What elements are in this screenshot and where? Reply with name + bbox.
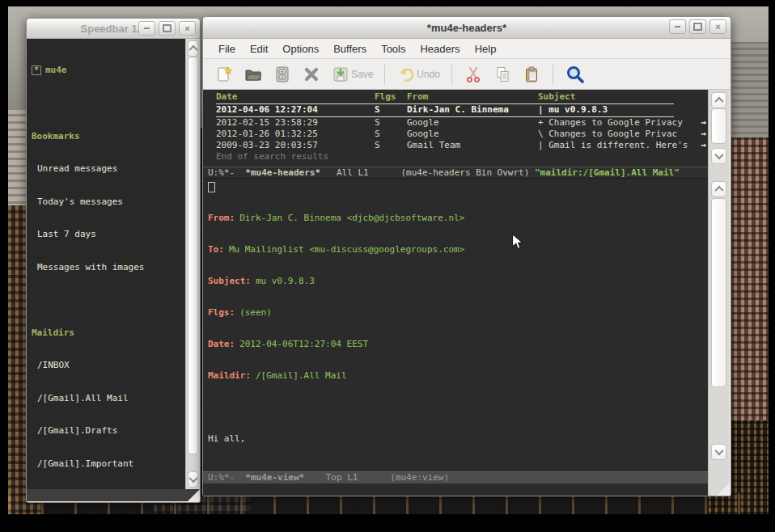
menu-file[interactable]: File [211,41,243,57]
undo-icon [396,65,416,84]
speedbar-item-inbox[interactable]: /INBOX [32,360,185,371]
modeline-flags: U:%*- [208,167,245,178]
minimize-button[interactable] [138,21,155,36]
header-row[interactable]: 2012-02-15 23:58:29 S Google + Changes t… [216,117,708,129]
column-date: Date [216,91,366,103]
end-of-results-text: End of search results [216,151,708,163]
menu-buffers[interactable]: Buffers [326,41,374,57]
cut-icon [464,65,483,84]
close-icon: × [184,24,189,33]
maximize-button[interactable] [689,19,706,34]
minimize-button[interactable] [669,19,686,34]
close-button[interactable]: × [179,21,196,36]
save-icon [331,65,350,84]
minimize-icon [144,27,150,29]
search-button[interactable] [561,62,589,87]
column-subject: Subject [538,91,708,103]
save-label: Save [351,69,373,80]
close-buffer-button[interactable] [299,63,324,86]
headers-columns: Date Flgs From Subject [216,91,708,103]
message-view-pane: From:Dirk-Jan C. Binnema <djcb@djcbsoftw… [203,179,708,471]
menu-headers[interactable]: Headers [413,41,467,57]
scroll-down-button[interactable] [188,471,198,488]
paste-icon [522,65,541,84]
cell-subject: \ Changes to Google Privac [538,129,677,140]
speedbar-item-mu4e[interactable]: mu4e [45,65,67,76]
menu-tools[interactable]: Tools [374,41,413,57]
field-label-subject: Subject: [208,276,251,286]
close-icon: × [715,23,720,32]
modeline-query: "maildir:/[Gmail].All Mail" [535,167,680,178]
modeline-buffer-name: *mu4e-headers* [245,167,320,178]
scrollbar-thumb[interactable] [188,57,198,454]
scroll-up-button[interactable] [711,92,726,108]
cell-flags: S [366,117,407,129]
header-row[interactable]: 2012-01-26 01:32:25 S Google \ Changes t… [216,129,708,140]
menu-help[interactable]: Help [468,41,504,57]
cell-from: Gmail Team [407,140,538,151]
speedbar-item-important[interactable]: /[Gmail].Important [32,458,185,470]
scroll-up-button[interactable] [188,40,198,57]
speedbar-root-row[interactable]: * mu4e [32,65,185,76]
scrollbar-thumb[interactable] [711,198,726,387]
paste-button[interactable] [519,63,544,86]
undo-label: Undo [417,69,440,80]
header-row[interactable]: 2009-03-23 20:03:57 S Gmail Team | Gmail… [216,140,708,151]
undo-button[interactable]: Undo [393,63,443,86]
resize-grip[interactable] [188,489,200,501]
speedbar-item-unread-messages[interactable]: Unread messages [32,163,185,175]
speedbar-item-messages-with-images[interactable]: Messages with images [32,262,185,273]
truncation-arrow-icon: → [701,129,708,140]
speedbar-scrollbar[interactable] [185,39,200,489]
new-file-button[interactable] [211,63,237,86]
modeline-buffer-name: *mu4e-view* [245,472,304,483]
main-titlebar[interactable]: *mu4e-headers* × [203,17,731,39]
speedbar-item-all-mail[interactable]: /[Gmail].All Mail [32,393,185,404]
text-cursor [208,182,215,192]
field-value-date: 2012-04-06T12:27:04 EEST [239,339,368,349]
field-label-flags: Flgs: [208,307,235,318]
resize-grip[interactable] [717,482,731,496]
speedbar-titlebar[interactable]: Speedbar 1.0 × [27,19,200,39]
save-button[interactable]: Save [328,63,376,86]
menu-edit[interactable]: Edit [243,41,275,57]
maximize-button[interactable] [159,21,176,36]
open-folder-button[interactable] [240,63,266,86]
column-from: From [407,91,538,103]
field-value-flags: (seen) [239,307,272,318]
desktop: Speedbar 1.0 × * mu4e Bookmarks Unread m… [0,0,775,532]
cell-date: 2009-03-23 20:03:57 [216,140,366,151]
main-scrollbar-column[interactable] [708,90,729,496]
speedbar-window: Speedbar 1.0 × * mu4e Bookmarks Unread m… [26,18,201,503]
speedbar-item-drafts[interactable]: /[Gmail].Drafts [32,425,185,437]
cell-subject: | mu v0.9.8.3 [538,104,608,116]
toolbar: Save Undo [203,59,731,90]
field-value-maildir: /[Gmail].All Mail [256,370,347,381]
speedbar-item-last-7-days[interactable]: Last 7 days [32,229,185,240]
file-cabinet-button[interactable] [269,63,295,86]
maximize-icon [693,23,702,31]
speedbar-content: * mu4e Bookmarks Unread messages Today's… [27,39,185,489]
header-row-selected[interactable]: 2012-04-06 12:27:04 S Dirk-Jan C. Binnem… [216,103,674,117]
close-buffer-icon [302,65,321,84]
scroll-up-button[interactable] [711,181,726,197]
menu-options[interactable]: Options [275,41,326,57]
expand-toggle-icon[interactable]: * [32,65,41,75]
scroll-down-button[interactable] [711,444,726,460]
scroll-down-button[interactable] [711,148,726,164]
open-folder-icon [244,65,263,84]
cut-button[interactable] [460,63,486,86]
main-window-title: *mu4e-headers* [203,17,731,38]
body-line: Hi all, [208,433,708,444]
close-button[interactable]: × [709,19,726,34]
toolbar-separator [553,65,553,84]
field-value-from: Dirk-Jan C. Binnema <djcb@djcbsoftware.n… [239,213,464,223]
echo-area[interactable] [203,483,708,496]
maximize-icon [163,24,172,32]
cell-flags: S [366,129,407,140]
copy-button[interactable] [489,63,515,86]
modeline-info: Top L1 (mu4e:view) [304,472,449,483]
menubar: File Edit Options Buffers Tools Headers … [203,39,731,59]
speedbar-item-todays-messages[interactable]: Today's messages [32,196,185,208]
scrollbar-thumb[interactable] [711,108,726,144]
